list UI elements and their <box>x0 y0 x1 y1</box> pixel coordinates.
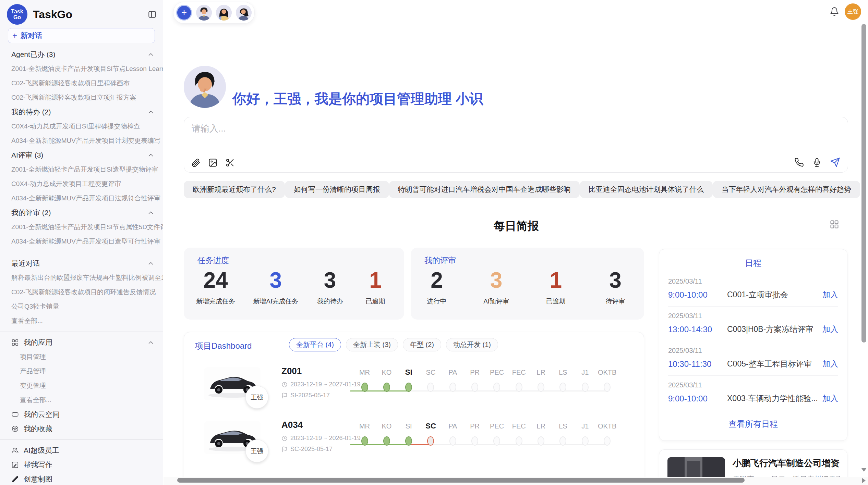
join-meeting-link[interactable]: 加入 <box>822 289 838 300</box>
milestone-label: OKTB <box>596 368 618 377</box>
user-avatar[interactable]: 王强 <box>845 3 861 20</box>
sidebar-task-item[interactable]: Z001-全新燃油轻卡产品开发项目SI节点属性5D文件评审 <box>0 220 163 234</box>
sidebar-item-my-apps[interactable]: 我的应用 <box>0 335 163 350</box>
sidebar-item-writing[interactable]: 帮我写作 <box>0 458 163 472</box>
sidebar-task-item[interactable]: Z001-全新燃油轻卡产品开发项目SI造型提交物评审 <box>0 162 163 177</box>
phone-icon[interactable] <box>794 158 804 167</box>
view-all-conversations-link[interactable]: 查看全部... <box>0 314 163 328</box>
milestone: MR <box>353 368 376 392</box>
milestone: PEC <box>486 368 508 392</box>
milestone-label: SI <box>398 421 420 431</box>
view-all-schedule-link[interactable]: 查看所有日程 <box>659 419 847 430</box>
clock-icon <box>281 435 288 442</box>
scroll-right-arrow-icon[interactable] <box>862 478 866 483</box>
milestone-label: LS <box>552 421 574 431</box>
dashboard-tab[interactable]: 全新平台 (4) <box>289 338 341 351</box>
project-date-range: 2023-12-19 ~ 2026-01-19 <box>290 435 361 442</box>
project-milestone-flag: SI-2025-05-17 <box>290 392 330 399</box>
sidebar-task-item[interactable]: A034-全新新能源MUV产品开发项目计划变更表编写 <box>0 134 163 148</box>
milestone: PA <box>442 368 464 392</box>
stat-item: 1已逾期 <box>542 268 569 306</box>
sidebar-section-header[interactable]: 我的评审 (2) <box>0 206 163 220</box>
add-assistant-button[interactable]: + <box>176 5 192 21</box>
sidebar-task-item[interactable]: C0X4-动力总成开发项目SI里程碑提交物检查 <box>0 119 163 134</box>
schedule-event-row: 9:00-10:00C001-立项审批会加入 <box>668 289 838 300</box>
dashboard-tab[interactable]: 年型 (2) <box>403 338 441 351</box>
milestone: LS <box>552 421 574 446</box>
sidebar-section-label: 最近对话 <box>11 256 144 271</box>
send-icon[interactable] <box>830 157 840 167</box>
join-meeting-link[interactable]: 加入 <box>822 359 838 369</box>
sidebar-item-label: AI超级员工 <box>24 443 155 458</box>
sidebar-section-header[interactable]: 最近对话 <box>0 256 163 271</box>
sidebar-section-header[interactable]: AI评审 (3) <box>0 148 163 162</box>
scroll-down-arrow-icon[interactable] <box>861 468 867 472</box>
ai-staff-icon <box>11 447 19 454</box>
horizontal-scrollbar-thumb[interactable] <box>177 478 745 483</box>
news-title: 小鹏飞行汽车制造公司增资 <box>733 457 840 469</box>
app-menu-item[interactable]: 变更管理 <box>0 378 163 393</box>
sidebar-task-item[interactable]: C02-飞腾新能源轻客改款项目里程碑画布 <box>0 76 163 90</box>
dashboard-tab[interactable]: 全新上装 (3) <box>346 338 398 351</box>
sidebar-item-label: 帮我写作 <box>24 458 155 472</box>
sidebar-section-header[interactable]: Agent已办 (3) <box>0 47 163 62</box>
milestone-node <box>493 383 500 392</box>
app-menu-item[interactable]: 产品管理 <box>0 364 163 378</box>
sidebar-task-item[interactable]: Z001-全新燃油皮卡产品开发项目SI节点Lesson Learn报告 <box>0 62 163 76</box>
panel-collapse-icon[interactable] <box>147 9 157 20</box>
project-date-range-row: 2023-12-19 ~ 2027-01-19 <box>281 381 361 388</box>
recent-conversation-item[interactable]: 解释最新出台的欧盟报废车法规再生塑料比例被调至15%... <box>0 271 163 285</box>
milestone: SI <box>398 368 420 392</box>
stat-item: 3待评审 <box>602 268 629 306</box>
milestone-node <box>361 436 368 446</box>
sidebar-task-item[interactable]: A034-全新新能源MUV产品开发项目法规符合性评审 <box>0 191 163 206</box>
sidebar-item-ai-staff[interactable]: AI超级员工 <box>0 443 163 458</box>
join-meeting-link[interactable]: 加入 <box>822 324 838 335</box>
sidebar-section-label: AI评审 (3) <box>11 148 144 162</box>
milestone-node <box>471 436 478 446</box>
milestone-node <box>471 383 478 392</box>
vertical-scrollbar-thumb[interactable] <box>861 24 866 343</box>
paperclip-icon[interactable] <box>191 158 201 167</box>
sidebar-item-creative-drawing[interactable]: 创意制图 <box>0 472 163 485</box>
suggestion-chip[interactable]: 欧洲新规最近颁布了什么? <box>184 181 285 198</box>
milestone-node <box>582 436 589 446</box>
bell-icon[interactable] <box>830 7 839 16</box>
sidebar-task-item[interactable]: C02-飞腾新能源轻客改款项目立项汇报方案 <box>0 90 163 105</box>
schedule-event-time: 10:30-11:30 <box>668 359 727 369</box>
new-chat-button[interactable]: + 新对话 <box>8 28 155 43</box>
chat-input[interactable] <box>191 122 775 147</box>
suggestion-chip[interactable]: 比亚迪全固态电池计划具体说了什么 <box>580 181 713 198</box>
suggestion-chip[interactable]: 特朗普可能对进口汽车增税会对中国车企造成哪些影响 <box>389 181 580 198</box>
milestone-label: PEC <box>486 368 508 377</box>
teammate-avatar-3[interactable] <box>236 5 252 21</box>
chevron-up-icon <box>147 339 155 346</box>
image-icon[interactable] <box>208 158 218 167</box>
teammate-avatar-2[interactable] <box>216 5 232 21</box>
milestone: SI <box>398 421 420 446</box>
sidebar-item-favorites[interactable]: 我的收藏 <box>0 422 163 436</box>
dashboard-tab[interactable]: 动总开发 (1) <box>446 338 498 351</box>
recent-conversation-item[interactable]: C02-飞腾新能源轻客改款项目的闭环通告反馈情况 <box>0 285 163 299</box>
mic-icon[interactable] <box>812 158 822 167</box>
horizontal-scrollbar-track[interactable] <box>164 477 868 485</box>
sidebar-item-cloud-space[interactable]: 我的云空间 <box>0 407 163 422</box>
project-milestone-flag: SC-2025-05-17 <box>290 446 333 453</box>
recent-conversation-item[interactable]: 公司Q3轻卡销量 <box>0 299 163 314</box>
milestone-node <box>493 436 500 446</box>
milestone-node <box>449 383 456 392</box>
milestone: J1 <box>574 368 596 392</box>
sidebar-section-header[interactable]: 我的待办 (2) <box>0 105 163 119</box>
teammate-avatar-1[interactable] <box>196 5 212 21</box>
layout-grid-icon[interactable] <box>830 220 839 229</box>
milestone-label: PEC <box>486 421 508 431</box>
app-menu-item[interactable]: 项目管理 <box>0 350 163 364</box>
sidebar-task-item[interactable]: C0X4-动力总成开发项目工程变更评审 <box>0 177 163 191</box>
join-meeting-link[interactable]: 加入 <box>822 393 838 404</box>
scissors-icon[interactable] <box>225 158 235 167</box>
sidebar-task-item[interactable]: A034-全新新能源MUV产品开发项目造型可行性评审 <box>0 234 163 249</box>
view-all-apps-link[interactable]: 查看全部... <box>0 393 163 407</box>
suggestion-chip[interactable]: 当下年轻人对汽车外观有怎样的喜好趋势 <box>713 181 860 198</box>
milestone-label: J1 <box>574 368 596 377</box>
suggestion-chip[interactable]: 如何写一份清晰的项目周报 <box>285 181 389 198</box>
